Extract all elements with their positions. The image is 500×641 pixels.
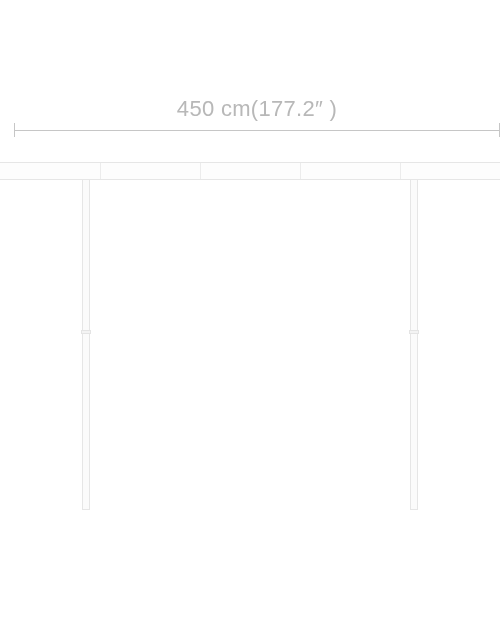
dimension-tick-left [14, 123, 15, 137]
awning-frame-top [0, 162, 500, 180]
dimension-line [14, 130, 500, 131]
post-joint-right [409, 330, 419, 334]
awning-post-right [410, 180, 418, 510]
dimension-label: 450 cm(177.2″ ) [14, 96, 500, 122]
awning-post-left [82, 180, 90, 510]
post-joint-left [81, 330, 91, 334]
